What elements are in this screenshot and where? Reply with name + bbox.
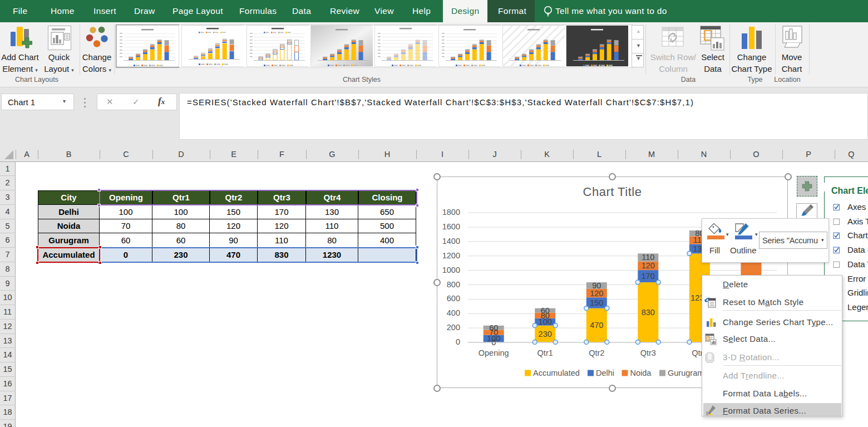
svg-text:Qtr3: Qtr3	[640, 349, 656, 357]
svg-text:170: 170	[642, 272, 655, 281]
svg-text:800: 800	[447, 280, 460, 289]
svg-text:400: 400	[447, 308, 460, 317]
svg-text:Noida: Noida	[630, 369, 652, 377]
svg-text:Chart Title: Chart Title	[583, 185, 642, 199]
svg-text:Qtr2: Qtr2	[589, 349, 604, 357]
svg-text:1200: 1200	[442, 251, 460, 260]
svg-text:Opening: Opening	[479, 349, 509, 357]
svg-text:110: 110	[642, 253, 654, 262]
svg-text:1000: 1000	[442, 266, 460, 274]
svg-text:230: 230	[539, 330, 552, 338]
svg-text:Accumulated: Accumulated	[533, 369, 580, 377]
svg-text:1800: 1800	[442, 208, 460, 217]
svg-text:1600: 1600	[442, 222, 460, 231]
svg-text:Delhi: Delhi	[596, 369, 614, 377]
svg-text:0: 0	[456, 337, 460, 346]
svg-text:150: 150	[590, 298, 603, 307]
svg-text:1400: 1400	[442, 237, 460, 246]
svg-text:120: 120	[642, 261, 655, 270]
svg-text:830: 830	[642, 308, 655, 317]
svg-text:470: 470	[590, 321, 603, 330]
svg-text:Gurugram: Gurugram	[668, 369, 704, 377]
svg-text:90: 90	[592, 281, 601, 290]
svg-text:600: 600	[447, 294, 460, 303]
svg-text:200: 200	[447, 323, 460, 332]
svg-text:60: 60	[489, 323, 498, 332]
svg-text:60: 60	[541, 306, 550, 315]
svg-text:Qtr1: Qtr1	[537, 349, 553, 357]
